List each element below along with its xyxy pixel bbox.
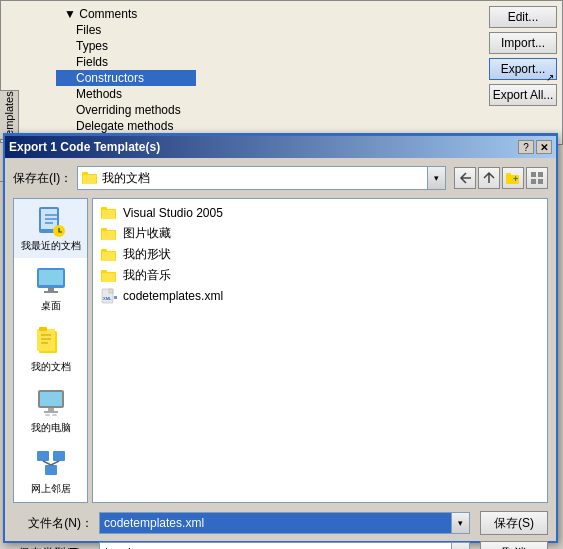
svg-rect-15 bbox=[48, 288, 54, 291]
tree-item-types[interactable]: Types bbox=[56, 38, 196, 54]
sidebar-item-network[interactable]: 网上邻居 bbox=[14, 441, 87, 502]
folder-vs-icon bbox=[101, 205, 117, 221]
toolbar-buttons: + bbox=[454, 167, 548, 189]
dialog-title: Export 1 Code Template(s) bbox=[9, 140, 160, 154]
folder-pictures-icon bbox=[101, 226, 117, 242]
filename-dropdown[interactable]: ▾ bbox=[452, 512, 470, 534]
filetype-label: 保存类型(T)： bbox=[13, 545, 93, 550]
xml-file-icon: XML bbox=[101, 288, 117, 304]
svg-rect-4 bbox=[506, 173, 511, 176]
content-area: 我最近的文档 桌面 bbox=[13, 198, 548, 503]
recent-icon bbox=[35, 205, 67, 237]
export-all-button[interactable]: Export All... bbox=[489, 84, 557, 106]
import-button[interactable]: Import... bbox=[489, 32, 557, 54]
tree-panel: ▼ Comments Files Types Fields Constructo… bbox=[56, 6, 196, 134]
svg-rect-37 bbox=[102, 231, 115, 240]
close-button[interactable]: ✕ bbox=[536, 140, 552, 154]
svg-text:XML: XML bbox=[103, 296, 112, 301]
svg-rect-45 bbox=[109, 289, 113, 293]
folder-icon bbox=[82, 171, 98, 185]
edit-button[interactable]: Edit... bbox=[489, 6, 557, 28]
svg-rect-26 bbox=[52, 414, 57, 416]
file-list: Visual Studio 2005 图片收藏 bbox=[92, 198, 548, 503]
svg-rect-22 bbox=[40, 392, 62, 406]
save-location-combo[interactable]: 我的文档 ▾ bbox=[77, 166, 446, 190]
file-item-pictures[interactable]: 图片收藏 bbox=[97, 223, 543, 244]
tree-item-delegate[interactable]: Delegate methods bbox=[56, 118, 196, 134]
up-icon bbox=[482, 171, 496, 185]
save-button[interactable]: 保存(S) bbox=[480, 511, 548, 535]
file-item-xml[interactable]: XML codetemplates.xml bbox=[97, 286, 543, 306]
filename-row: 文件名(N)： ▾ 保存(S) bbox=[13, 511, 548, 535]
folder-music-icon bbox=[101, 268, 117, 284]
svg-rect-9 bbox=[538, 179, 543, 184]
sidebar-item-desktop[interactable]: 桌面 bbox=[14, 258, 87, 319]
mycomputer-icon bbox=[35, 386, 67, 418]
svg-rect-14 bbox=[39, 270, 63, 285]
help-button[interactable]: ? bbox=[518, 140, 534, 154]
view-toggle-button[interactable] bbox=[526, 167, 548, 189]
filetype-dropdown[interactable]: ▾ bbox=[452, 542, 470, 549]
dialog-body: 保存在(I)： 我的文档 ▾ bbox=[5, 158, 556, 541]
svg-rect-8 bbox=[531, 179, 536, 184]
tree-item-constructors[interactable]: Constructors bbox=[56, 70, 196, 86]
filename-input-wrap: ▾ bbox=[99, 512, 470, 534]
filetype-input[interactable] bbox=[99, 542, 452, 549]
svg-rect-27 bbox=[37, 451, 49, 461]
sidebar-item-mydocs[interactable]: 我的文档 bbox=[14, 319, 87, 380]
sidebar-item-mycomputer[interactable]: 我的电脑 bbox=[14, 380, 87, 441]
svg-rect-47 bbox=[114, 296, 117, 299]
file-item-music[interactable]: 我的音乐 bbox=[97, 265, 543, 286]
title-controls: ? ✕ bbox=[518, 140, 552, 154]
desktop-icon bbox=[35, 264, 67, 296]
tree-item-overriding[interactable]: Overriding methods bbox=[56, 102, 196, 118]
filetype-input-wrap: ▾ bbox=[99, 542, 470, 549]
tree-item-comments[interactable]: ▼ Comments bbox=[56, 6, 196, 22]
tree-item-files[interactable]: Files bbox=[56, 22, 196, 38]
save-location-dropdown-arrow[interactable]: ▾ bbox=[427, 167, 445, 189]
svg-rect-28 bbox=[53, 451, 65, 461]
save-location-value: 我的文档 bbox=[78, 167, 427, 189]
svg-rect-20 bbox=[39, 327, 47, 331]
svg-text:+: + bbox=[513, 174, 518, 184]
cancel-button-wrap: 取消 bbox=[480, 541, 548, 549]
sidebar-item-recent[interactable]: 我最近的文档 bbox=[14, 199, 87, 258]
tree-item-fields[interactable]: Fields bbox=[56, 54, 196, 70]
svg-rect-23 bbox=[48, 408, 54, 411]
filetype-row: 保存类型(T)： ▾ 取消 bbox=[13, 541, 548, 549]
new-folder-icon: + bbox=[506, 171, 520, 185]
up-button[interactable] bbox=[478, 167, 500, 189]
back-icon bbox=[458, 171, 472, 185]
back-button[interactable] bbox=[454, 167, 476, 189]
save-location-label: 保存在(I)： bbox=[13, 170, 73, 187]
left-sidebar: 我最近的文档 桌面 bbox=[13, 198, 88, 503]
mydocs-icon bbox=[35, 325, 67, 357]
file-item-shapes[interactable]: 我的形状 bbox=[97, 244, 543, 265]
svg-rect-40 bbox=[102, 252, 115, 261]
svg-rect-2 bbox=[83, 175, 96, 184]
dialog-titlebar: Export 1 Code Template(s) ? ✕ bbox=[5, 136, 556, 158]
svg-rect-7 bbox=[538, 172, 543, 177]
network-icon bbox=[35, 447, 67, 479]
new-folder-button[interactable]: + bbox=[502, 167, 524, 189]
svg-rect-25 bbox=[45, 414, 50, 416]
folder-shapes-icon bbox=[101, 247, 117, 263]
tree-item-methods[interactable]: Methods bbox=[56, 86, 196, 102]
background-panel: ▼ Comments Files Types Fields Constructo… bbox=[0, 0, 563, 145]
svg-rect-16 bbox=[44, 291, 58, 293]
filename-input[interactable] bbox=[99, 512, 452, 534]
svg-rect-34 bbox=[102, 210, 115, 219]
export-button[interactable]: Export... ↗ bbox=[489, 58, 557, 80]
svg-rect-43 bbox=[102, 273, 115, 282]
svg-rect-29 bbox=[45, 465, 57, 475]
file-item-vs2005[interactable]: Visual Studio 2005 bbox=[97, 203, 543, 223]
svg-line-31 bbox=[51, 461, 59, 465]
svg-rect-19 bbox=[37, 329, 55, 351]
save-cancel-buttons: 保存(S) bbox=[480, 511, 548, 535]
cancel-button[interactable]: 取消 bbox=[480, 541, 548, 549]
export-dialog: Export 1 Code Template(s) ? ✕ 保存在(I)： bbox=[3, 133, 558, 543]
svg-rect-6 bbox=[531, 172, 536, 177]
filename-label: 文件名(N)： bbox=[13, 515, 93, 532]
background-buttons: Edit... Import... Export... ↗ Export All… bbox=[489, 6, 557, 106]
save-location-row: 保存在(I)： 我的文档 ▾ bbox=[13, 166, 548, 190]
